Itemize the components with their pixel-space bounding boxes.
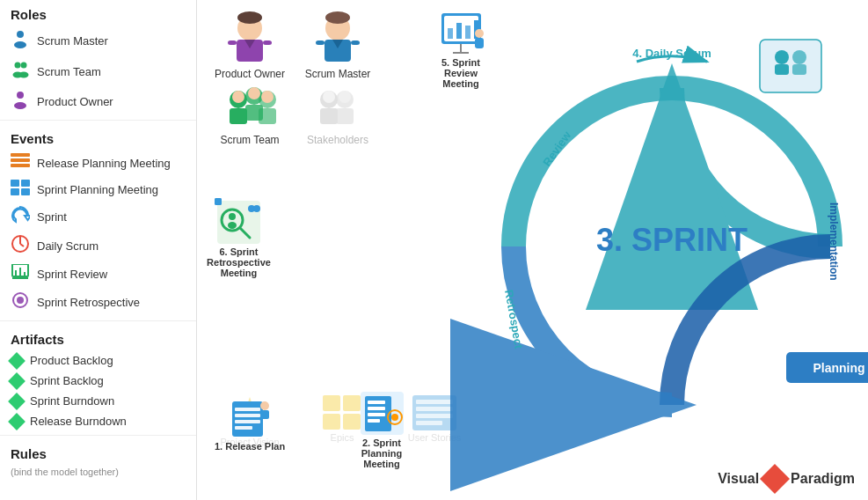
svg-point-7 bbox=[14, 102, 26, 109]
svg-point-27 bbox=[237, 11, 262, 24]
svg-rect-52 bbox=[259, 108, 276, 124]
release-plan-node[interactable]: 1. Release Plan bbox=[215, 397, 285, 452]
svg-point-5 bbox=[19, 72, 29, 78]
product-owner-icon bbox=[11, 90, 30, 113]
svg-rect-107 bbox=[760, 40, 821, 92]
person-scrum-master[interactable]: Scrum Master bbox=[294, 9, 382, 80]
svg-rect-93 bbox=[368, 419, 380, 423]
sidebar-item-release-planning[interactable]: Release Planning Meeting bbox=[0, 150, 196, 176]
daily-scrum-label: Daily Scrum bbox=[37, 239, 98, 253]
sidebar-item-scrum-team[interactable]: Scrum Team bbox=[0, 56, 196, 86]
release-planning-icon bbox=[11, 153, 30, 173]
sprint-label: Sprint bbox=[37, 210, 67, 224]
main-panel: Product Owner Scrum Master bbox=[197, 0, 868, 500]
svg-rect-83 bbox=[235, 414, 260, 417]
svg-rect-14 bbox=[21, 188, 30, 195]
release-plan-label: 1. Release Plan bbox=[215, 441, 285, 452]
scrum-master-figure-icon bbox=[311, 9, 364, 66]
sprint-backlog-label: Sprint Backlog bbox=[30, 374, 104, 387]
divider-1 bbox=[0, 120, 196, 121]
sprint-retro-label: Sprint Retrospective bbox=[37, 296, 140, 309]
sidebar-item-daily-scrum[interactable]: Daily Scrum bbox=[0, 231, 196, 261]
scrum-master-icon bbox=[11, 29, 30, 53]
sidebar-item-sprint-planning[interactable]: Sprint Planning Meeting bbox=[0, 176, 196, 202]
sidebar-item-release-burndown[interactable]: Release Burndown bbox=[0, 411, 196, 431]
svg-rect-10 bbox=[11, 164, 30, 167]
vp-diamond-icon bbox=[760, 464, 790, 494]
sidebar-item-product-backlog[interactable]: Product Backlog bbox=[0, 350, 196, 371]
vp-logo: Visual Paradigm bbox=[718, 468, 855, 489]
roles-title: Roles bbox=[0, 0, 196, 26]
vp-paradigm-text: Paradigm bbox=[791, 471, 855, 487]
events-title: Events bbox=[0, 124, 196, 150]
product-backlog-label: Product Backlog bbox=[30, 354, 113, 367]
svg-point-2 bbox=[15, 62, 21, 69]
svg-point-108 bbox=[775, 50, 789, 64]
product-owner-label: Product Owner bbox=[37, 95, 113, 108]
person-scrum-team[interactable]: Scrum Team bbox=[206, 84, 294, 146]
sprint-icon bbox=[11, 206, 30, 227]
svg-line-17 bbox=[20, 244, 24, 246]
sidebar-item-sprint-retrospective[interactable]: Sprint Retrospective bbox=[0, 287, 196, 317]
divider-2 bbox=[0, 320, 196, 321]
svg-text:Planning: Planning bbox=[813, 361, 864, 375]
release-plan-icon bbox=[228, 397, 272, 441]
sprint-burndown-label: Sprint Burndown bbox=[30, 394, 114, 408]
svg-rect-29 bbox=[228, 40, 237, 45]
svg-rect-85 bbox=[235, 426, 252, 430]
svg-rect-90 bbox=[368, 401, 385, 404]
scrum-team-icon bbox=[11, 60, 30, 83]
sidebar-item-sprint[interactable]: Sprint bbox=[0, 202, 196, 231]
svg-rect-72 bbox=[323, 395, 340, 411]
artifacts-title: Artifacts bbox=[0, 325, 196, 350]
svg-rect-30 bbox=[263, 40, 272, 45]
vp-brand-text: Visual bbox=[718, 471, 759, 487]
sprint-planning-label: Sprint Planning Meeting bbox=[37, 183, 158, 196]
svg-rect-8 bbox=[11, 153, 30, 157]
svg-point-53 bbox=[232, 91, 244, 103]
scrum-master-label: Scrum Master bbox=[37, 34, 108, 48]
product-owner-figure-icon bbox=[223, 9, 276, 66]
svg-rect-13 bbox=[11, 188, 19, 195]
sidebar-item-sprint-review[interactable]: Sprint Review bbox=[0, 261, 196, 287]
product-backlog-diamond bbox=[8, 352, 26, 370]
svg-rect-48 bbox=[230, 108, 247, 124]
svg-point-1 bbox=[14, 41, 26, 48]
svg-rect-36 bbox=[351, 40, 360, 45]
svg-rect-81 bbox=[232, 401, 263, 437]
sprint-review-icon bbox=[11, 264, 30, 283]
svg-point-6 bbox=[17, 92, 24, 99]
person-product-owner[interactable]: Product Owner bbox=[206, 9, 294, 80]
svg-rect-12 bbox=[21, 180, 30, 187]
svg-point-61 bbox=[339, 91, 351, 103]
sprint-retro-meeting-icon bbox=[215, 198, 263, 246]
sprint-retro-node-label: 6. Sprint Retrospective Meeting bbox=[201, 246, 276, 278]
sidebar-item-sprint-backlog[interactable]: Sprint Backlog bbox=[0, 371, 196, 391]
sidebar-item-scrum-master[interactable]: Scrum Master bbox=[0, 26, 196, 56]
stakeholders-label: Stakeholders bbox=[307, 134, 368, 146]
person-stakeholders[interactable]: Stakeholders bbox=[294, 84, 382, 146]
sprint-retro-node[interactable]: 6. Sprint Retrospective Meeting bbox=[201, 198, 276, 278]
sidebar: Roles Scrum Master Scrum Team bbox=[0, 0, 197, 500]
svg-text:Implementation: Implementation bbox=[828, 202, 840, 281]
sidebar-item-sprint-burndown[interactable]: Sprint Burndown bbox=[0, 391, 196, 411]
scrum-team-person-label: Scrum Team bbox=[220, 134, 279, 146]
svg-point-55 bbox=[261, 91, 274, 103]
release-burndown-label: Release Burndown bbox=[30, 415, 127, 428]
sidebar-item-product-owner[interactable]: Product Owner bbox=[0, 86, 196, 116]
scrum-master-person-label: Scrum Master bbox=[305, 68, 371, 80]
svg-rect-9 bbox=[11, 158, 30, 162]
sprint-backlog-diamond bbox=[8, 372, 26, 390]
svg-point-58 bbox=[323, 91, 335, 103]
svg-text:3. SPRINT: 3. SPRINT bbox=[596, 222, 748, 258]
svg-point-86 bbox=[260, 401, 269, 410]
svg-point-65 bbox=[229, 213, 236, 220]
svg-rect-74 bbox=[323, 414, 340, 430]
people-section: Product Owner Scrum Master bbox=[206, 9, 382, 80]
svg-rect-91 bbox=[368, 407, 385, 410]
people-row2: Scrum Team Stakeholders bbox=[206, 84, 382, 146]
svg-rect-109 bbox=[775, 64, 789, 75]
svg-rect-92 bbox=[368, 413, 385, 416]
svg-rect-70 bbox=[215, 198, 222, 205]
sprint-cycle-diagram: Planning 3. SPRINT Review Retrospect Imp… bbox=[399, 0, 868, 500]
